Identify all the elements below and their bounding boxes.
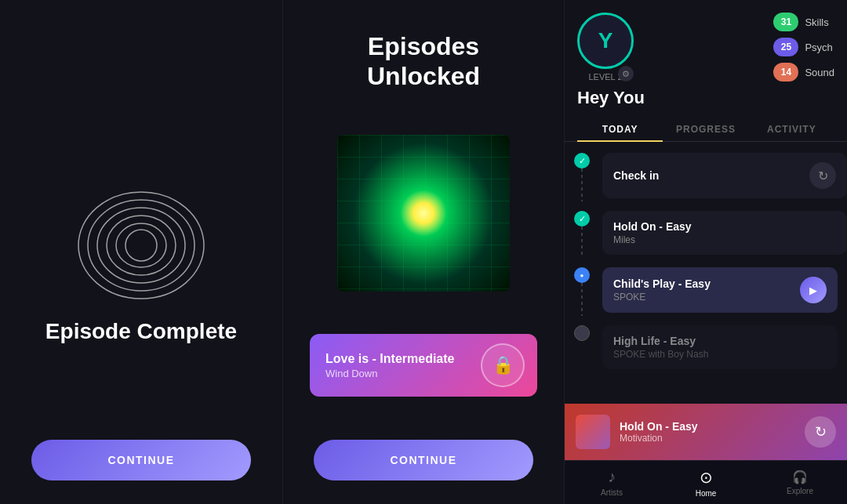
feed-item-title-3: Child's Play - Easy xyxy=(613,277,711,290)
feed-item-title: Check in xyxy=(613,169,659,182)
feed-item-checkin[interactable]: Check in ↻ xyxy=(602,153,847,198)
svg-point-2 xyxy=(107,216,176,275)
panel-today-feed: Y ⚙ LEVEL 2 31 Skills 25 Psych 14 Sound … xyxy=(565,0,847,504)
timeline-col-3: ● xyxy=(565,263,599,321)
feed-item-wrapper-3: Child's Play - Easy SPOKE ▶ xyxy=(599,263,847,321)
psych-badge: 25 Psych xyxy=(773,38,834,56)
bottom-nav: ♪ Artists ⊙ Home 🎧 Explore xyxy=(565,460,847,504)
feed-list: ✓ Check in ↻ ✓ xyxy=(565,142,847,404)
feed-item-wrapper-2: Hold On - Easy Miles xyxy=(599,206,847,263)
user-name: Hey You xyxy=(565,82,847,108)
skills-number: 31 xyxy=(773,13,798,31)
now-playing-info: Hold On - Easy Motivation xyxy=(620,420,795,444)
home-label: Home xyxy=(696,489,717,498)
timeline-dot-locked xyxy=(574,325,590,341)
svg-point-3 xyxy=(97,208,185,283)
feed-item-row: Check in ↻ xyxy=(613,162,836,189)
timeline-col-1: ✓ xyxy=(565,148,599,206)
avatar: Y xyxy=(577,13,634,69)
feed-item-subtitle-3: SPOKE xyxy=(613,292,711,303)
locked-episode-card[interactable]: Love is - Intermediate Wind Down 🔒 xyxy=(310,334,537,397)
svg-point-4 xyxy=(88,200,194,291)
gear-icon[interactable]: ⚙ xyxy=(618,66,634,82)
timeline-dot-done-1: ✓ xyxy=(574,153,590,169)
timeline-line-1 xyxy=(581,169,583,201)
timeline-line-2 xyxy=(581,227,583,258)
nav-artists[interactable]: ♪ Artists xyxy=(565,468,659,497)
now-playing-title: Hold On - Easy xyxy=(620,420,795,433)
feed-item-highlife: High Life - Easy SPOKE with Boy Nash xyxy=(602,325,838,369)
episode-complete-title: Episode Complete xyxy=(45,319,237,344)
sound-number: 14 xyxy=(773,63,798,82)
nav-home[interactable]: ⊙ Home xyxy=(659,468,753,498)
stats-badges: 31 Skills 25 Psych 14 Sound xyxy=(773,13,834,82)
panel-episodes-unlocked: Episodes Unlocked Love is - Intermediate… xyxy=(282,0,565,504)
refresh-icon[interactable]: ↻ xyxy=(809,162,836,189)
now-playing-thumbnail xyxy=(576,415,610,449)
locked-episode-info: Love is - Intermediate Wind Down xyxy=(325,352,455,379)
profile-header: Y ⚙ LEVEL 2 31 Skills 25 Psych 14 Sound xyxy=(565,0,847,82)
table-row: ✓ Check in ↻ xyxy=(565,148,847,206)
skills-badge: 31 Skills xyxy=(773,13,834,31)
continue-button-1[interactable]: CONTINUE xyxy=(31,440,251,480)
nav-explore[interactable]: 🎧 Explore xyxy=(753,470,847,495)
table-row: High Life - Easy SPOKE with Boy Nash xyxy=(565,321,847,377)
timeline-col-2: ✓ xyxy=(565,206,599,263)
episodes-unlocked-title: Episodes Unlocked xyxy=(367,31,480,92)
home-icon: ⊙ xyxy=(700,468,713,487)
feed-item-subtitle-4: SPOKE with Boy Nash xyxy=(613,349,827,360)
locked-episode-title: Love is - Intermediate xyxy=(325,352,455,366)
feed-item-title-4: High Life - Easy xyxy=(613,335,827,347)
feed-item-wrapper-1: Check in ↻ xyxy=(599,148,847,206)
now-playing-subtitle: Motivation xyxy=(620,433,795,444)
album-art-glow xyxy=(400,190,447,237)
now-playing-bar[interactable]: Hold On - Easy Motivation ↻ xyxy=(565,404,847,460)
now-playing-play-button[interactable]: ↻ xyxy=(805,416,836,448)
artists-label: Artists xyxy=(601,488,623,497)
continue-button-2[interactable]: CONTINUE xyxy=(314,440,533,480)
artists-icon: ♪ xyxy=(608,468,616,486)
avatar-container: Y ⚙ LEVEL 2 xyxy=(577,13,634,82)
psych-label: Psych xyxy=(805,42,832,53)
feed-item-title-2: Hold On - Easy xyxy=(613,220,836,233)
table-row: ● Child's Play - Easy SPOKE ▶ xyxy=(565,263,847,321)
feed-item-text-3: Child's Play - Easy SPOKE xyxy=(613,277,711,303)
tabs-row: TODAY PROGRESS ACTIVITY xyxy=(565,118,847,142)
lock-icon: 🔒 xyxy=(481,343,525,387)
tab-activity[interactable]: ACTIVITY xyxy=(749,118,834,141)
sound-label: Sound xyxy=(805,67,834,78)
sound-badge: 14 Sound xyxy=(773,63,834,82)
timeline-col-4 xyxy=(565,321,599,377)
locked-episode-subtitle: Wind Down xyxy=(325,368,455,379)
feed-item-childsplay[interactable]: Child's Play - Easy SPOKE ▶ xyxy=(602,267,838,313)
feed-item-holdon[interactable]: Hold On - Easy Miles xyxy=(602,211,847,255)
tab-progress[interactable]: PROGRESS xyxy=(663,118,748,141)
skills-label: Skills xyxy=(805,16,828,28)
play-button[interactable]: ▶ xyxy=(800,277,827,303)
timeline-dot-done-2: ✓ xyxy=(574,211,590,227)
explore-label: Explore xyxy=(787,487,813,495)
feed-item-row-3: Child's Play - Easy SPOKE ▶ xyxy=(613,277,827,303)
table-row: ✓ Hold On - Easy Miles xyxy=(565,206,847,263)
wave-logo-icon xyxy=(71,175,212,316)
panel-episode-complete: Episode Complete CONTINUE xyxy=(0,0,282,504)
psych-number: 25 xyxy=(773,38,798,56)
explore-icon: 🎧 xyxy=(792,470,808,484)
timeline-dot-active: ● xyxy=(574,267,590,283)
timeline-line-3 xyxy=(581,283,583,316)
svg-point-0 xyxy=(125,230,157,261)
tab-today[interactable]: TODAY xyxy=(577,118,663,141)
album-art xyxy=(337,135,510,292)
feed-item-subtitle-2: Miles xyxy=(613,234,836,245)
feed-item-wrapper-4: High Life - Easy SPOKE with Boy Nash xyxy=(599,321,847,377)
